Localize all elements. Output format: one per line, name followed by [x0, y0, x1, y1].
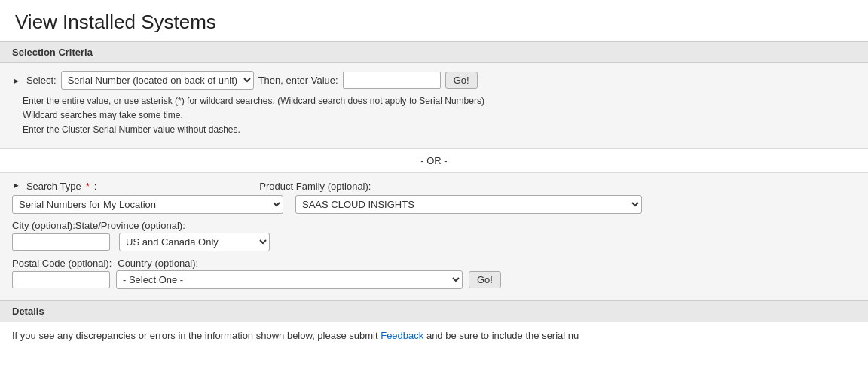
- then-label: Then, enter Value:: [258, 75, 338, 86]
- selection-criteria-block: ► Select: Serial Number (located on back…: [0, 63, 868, 149]
- search-type-product-row: Serial Numbers for My Location SAAS CLOU…: [12, 195, 856, 214]
- hint-3: Enter the Cluster Serial Number value wi…: [23, 123, 856, 137]
- hint-2: Wildcard searches may take some time.: [23, 108, 856, 123]
- city-state-label-row: City (optional): State/Province (optiona…: [12, 220, 856, 231]
- state-label: State/Province (optional):: [75, 220, 185, 231]
- go-button-bottom[interactable]: Go!: [469, 271, 501, 288]
- city-label: City (optional):: [12, 220, 75, 231]
- select-label: Select:: [26, 75, 57, 86]
- city-input[interactable]: [12, 233, 110, 251]
- search-type-dropdown[interactable]: Serial Numbers for My Location: [12, 195, 283, 214]
- state-dropdown[interactable]: US and Canada Only: [119, 233, 270, 251]
- postal-label: Postal Code (optional):: [12, 258, 112, 269]
- selection-criteria-header: Selection Criteria: [0, 41, 868, 63]
- country-field-group: Country (optional):: [118, 258, 198, 269]
- details-text: If you see any discrepancies or errors i…: [0, 322, 868, 349]
- postal-input[interactable]: [12, 271, 110, 288]
- product-family-label: Product Family (optional):: [259, 181, 371, 192]
- city-state-input-row: US and Canada Only: [12, 233, 856, 251]
- search-type-label-row: ► Search Type*: Product Family (optional…: [12, 181, 856, 192]
- feedback-link[interactable]: Feedback: [381, 330, 423, 341]
- hint-block: Enter the entire value, or use asterisk …: [23, 94, 856, 138]
- select-row: ► Select: Serial Number (located on back…: [12, 71, 856, 90]
- product-family-dropdown[interactable]: SAAS CLOUD INSIGHTS: [295, 195, 642, 214]
- arrow-icon-2: ►: [12, 181, 20, 190]
- hint-1: Enter the entire value, or use asterisk …: [23, 94, 856, 108]
- postal-field-group: Postal Code (optional):: [12, 258, 112, 269]
- search-type-label: Search Type: [26, 181, 81, 192]
- postal-country-input-row: - Select One - Go!: [12, 270, 856, 289]
- city-field-group: City (optional):: [12, 220, 75, 231]
- arrow-icon: ►: [12, 76, 20, 85]
- details-header: Details: [0, 300, 868, 322]
- value-input[interactable]: [343, 72, 441, 89]
- search-section: ► Search Type*: Product Family (optional…: [0, 173, 868, 300]
- state-field-group: State/Province (optional):: [75, 220, 185, 231]
- required-star: *: [86, 181, 90, 192]
- details-text-after: and be sure to include the serial nu: [423, 330, 579, 341]
- postal-country-label-row: Postal Code (optional): Country (optiona…: [12, 258, 856, 269]
- country-label: Country (optional):: [118, 258, 198, 269]
- page-title: View Installed Systems: [0, 0, 868, 41]
- or-divider: - OR -: [0, 149, 868, 173]
- go-button-top[interactable]: Go!: [445, 72, 478, 89]
- serial-number-select[interactable]: Serial Number (located on back of unit): [61, 71, 254, 90]
- country-dropdown[interactable]: - Select One -: [116, 270, 463, 289]
- details-text-before: If you see any discrepancies or errors i…: [12, 330, 381, 341]
